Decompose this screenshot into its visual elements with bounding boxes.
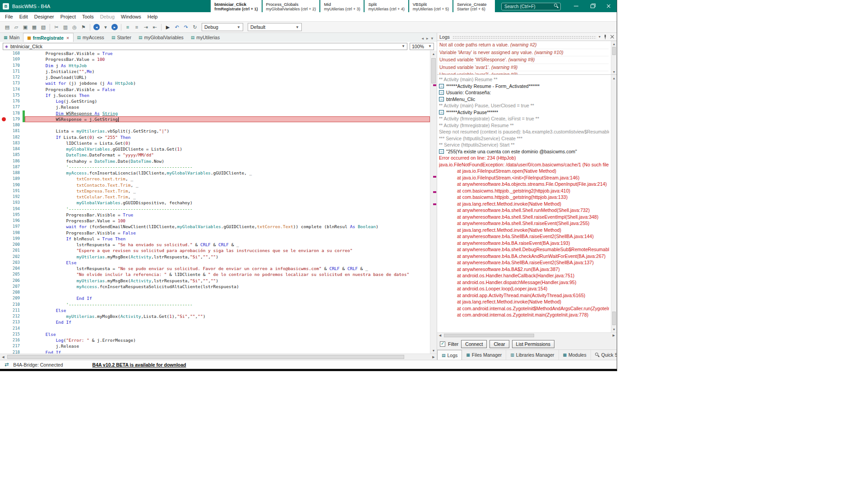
breakpoint-gutter[interactable] bbox=[0, 194, 8, 200]
code-line[interactable]: 175 If j.Success Then bbox=[0, 92, 430, 98]
code-line[interactable]: 187 '-----------------------------------… bbox=[0, 164, 430, 170]
breakpoint-gutter[interactable] bbox=[0, 343, 8, 349]
panel-grip[interactable] bbox=[452, 36, 596, 39]
breakpoint-gutter[interactable] bbox=[0, 134, 8, 140]
code-line[interactable]: 196 ProgressBar.Value = 100 bbox=[0, 218, 430, 224]
bookmark-icon[interactable]: ⚑ bbox=[79, 23, 88, 32]
indent-icon[interactable]: ⇥ bbox=[141, 23, 150, 32]
log-horizontal-scrollbar[interactable]: ◀ ▶ bbox=[437, 332, 617, 338]
code-line[interactable]: 172 j.Download(lURL) bbox=[0, 74, 430, 80]
titlebar-module-tab[interactable]: SplitmyUtilerias (ctrl + 4) bbox=[365, 0, 408, 12]
titlebar-module-tab[interactable]: VBSplitmyUtilerias (ctrl + 5) bbox=[409, 0, 452, 12]
code-line[interactable]: 188 myAccess.fcnInsertaLicencia(lIDClien… bbox=[0, 170, 430, 176]
menu-help[interactable]: Help bbox=[144, 14, 161, 19]
code-line[interactable]: 217 j.Release bbox=[0, 343, 430, 349]
panel-tab-modules[interactable]: ▩Modules bbox=[559, 350, 591, 360]
cut-icon[interactable]: ✂ bbox=[52, 23, 61, 32]
breakpoint-gutter[interactable] bbox=[0, 152, 8, 158]
panel-tab-files-manager[interactable]: ▦Files Manager bbox=[462, 350, 506, 360]
breakpoint-gutter[interactable] bbox=[0, 140, 8, 146]
menu-edit[interactable]: Edit bbox=[16, 14, 31, 19]
breakpoint-gutter[interactable] bbox=[0, 182, 8, 188]
navigate-menu-icon[interactable]: ▾ bbox=[101, 23, 110, 32]
code-line[interactable]: 201 "Espere a que revisen su solicitud p… bbox=[0, 248, 430, 253]
titlebar-module-tab[interactable]: Process_GlobalsmyGlobalVariables (ctrl +… bbox=[263, 0, 320, 12]
zoom-select[interactable]: 100% ▼ bbox=[410, 43, 434, 50]
code-line[interactable]: 177 j.Release bbox=[0, 104, 430, 110]
code-line[interactable]: 194 '-----------------------------------… bbox=[0, 206, 430, 212]
code-line[interactable]: 179 WSResponse = j.GetString bbox=[0, 116, 430, 122]
current-sub-select[interactable]: ◈ btnIniciar_Click ▼ bbox=[3, 43, 407, 50]
scroll-left-icon[interactable]: ◀ bbox=[437, 333, 443, 338]
warnings-scrollbar[interactable]: ▲ ▼ bbox=[611, 41, 617, 74]
breakpoint-gutter[interactable] bbox=[0, 260, 8, 266]
code-line[interactable]: 197 wait for (fcnSendEmailNewClient(lIDC… bbox=[0, 224, 430, 230]
breakpoint-gutter[interactable] bbox=[0, 92, 8, 98]
connect-button[interactable]: Connect bbox=[461, 340, 487, 348]
menu-project[interactable]: Project bbox=[57, 14, 79, 19]
warning-item[interactable]: Unused variable 'avar1'. (warning #9) bbox=[439, 64, 609, 72]
code-line[interactable]: 214 bbox=[0, 326, 430, 331]
breakpoint-gutter[interactable] bbox=[0, 80, 8, 86]
code-line[interactable]: 181 Lista = myUtilerias.vbSplit(j.GetStr… bbox=[0, 128, 430, 134]
panel-tab-quick-search[interactable]: Quick Search bbox=[591, 350, 617, 360]
navigate-back-icon[interactable]: ◄ bbox=[93, 24, 100, 30]
warning-item[interactable]: Not all code paths return a value. (warn… bbox=[439, 41, 609, 49]
code-line[interactable]: 215 Else bbox=[0, 331, 430, 337]
breakpoint-gutter[interactable] bbox=[0, 230, 8, 236]
list-permissions-button[interactable]: List Permissions bbox=[512, 340, 554, 348]
code-line[interactable]: 182 If Lista.Get(0) <> "255" Then bbox=[0, 134, 430, 140]
breakpoint-gutter[interactable] bbox=[0, 158, 8, 164]
code-line[interactable]: 190 txtContacto.Text.Trim, _ bbox=[0, 182, 430, 188]
code-line[interactable]: 178 Dim WSResponse As String bbox=[0, 110, 430, 116]
menu-tools[interactable]: Tools bbox=[79, 14, 97, 19]
search-input[interactable] bbox=[501, 3, 561, 10]
panel-tab-logs[interactable]: ▤Logs bbox=[437, 350, 462, 360]
breakpoint-gutter[interactable] bbox=[0, 242, 8, 248]
code-line[interactable]: 216 Log("Error: " & j.ErrorMessage) bbox=[0, 337, 430, 343]
undo-icon[interactable]: ↶ bbox=[172, 23, 181, 32]
menu-file[interactable]: File bbox=[2, 14, 16, 19]
code-line[interactable]: 174 ProgressBar.Visible = False bbox=[0, 87, 430, 92]
clear-button[interactable]: Clear bbox=[489, 340, 509, 348]
tab-Starter[interactable]: ▤Starter bbox=[108, 33, 135, 42]
breakpoint-gutter[interactable] bbox=[0, 295, 8, 301]
close-tab-icon[interactable]: × bbox=[66, 35, 69, 41]
tab-Main[interactable]: ▦Main bbox=[0, 33, 23, 42]
code-line[interactable]: 183 lIDCliente = Lista.Get(0) bbox=[0, 140, 430, 146]
breakpoint-gutter[interactable] bbox=[0, 188, 8, 194]
code-line[interactable]: 195 ProgressBar.Visible = True bbox=[0, 212, 430, 218]
editor-horizontal-scrollbar[interactable]: ◀ ▶ bbox=[0, 354, 437, 360]
breakpoint-gutter[interactable] bbox=[0, 337, 8, 343]
code-line[interactable]: 185 DateTime.DateFormat = "yyyy/MM/dd" bbox=[0, 152, 430, 158]
menu-debug[interactable]: Debug bbox=[97, 14, 118, 19]
breakpoint-gutter[interactable] bbox=[0, 319, 8, 325]
code-line[interactable]: 192 txtCelular.Text.Trim, _ bbox=[0, 194, 430, 200]
tab-frmRegistrate[interactable]: ▦frmRegistrate× bbox=[23, 33, 73, 42]
scroll-right-icon[interactable]: ▶ bbox=[430, 354, 437, 360]
breakpoint-gutter[interactable] bbox=[0, 302, 8, 308]
code-line[interactable]: 170 Dim j As HttpJob bbox=[0, 63, 430, 69]
close-panel-icon[interactable] bbox=[610, 35, 614, 39]
code-editor[interactable]: 168 ProgressBar.Visible = True169 Progre… bbox=[0, 51, 437, 354]
navigate-forward-icon[interactable]: ► bbox=[111, 24, 118, 30]
breakpoint-gutter[interactable] bbox=[0, 110, 8, 116]
paste-icon[interactable]: ▤ bbox=[3, 23, 12, 32]
code-line[interactable]: 198 ProgressBar.Visible = False bbox=[0, 230, 430, 236]
breakpoint-gutter[interactable] bbox=[0, 122, 8, 128]
code-line[interactable]: 207 myAccess.fcnInsertaRespuestaSolicitu… bbox=[0, 284, 430, 289]
breakpoint-gutter[interactable] bbox=[0, 218, 8, 224]
editor-vertical-scrollbar[interactable]: ▲ ▼ bbox=[430, 51, 437, 354]
code-line[interactable]: 176 Log(j.GetString) bbox=[0, 98, 430, 104]
breakpoint-gutter[interactable] bbox=[0, 176, 8, 182]
panel-tab-libraries-manager[interactable]: ▥Libraries Manager bbox=[506, 350, 559, 360]
scrollbar-thumb[interactable] bbox=[444, 334, 534, 337]
scroll-left-icon[interactable]: ◀ bbox=[0, 354, 6, 360]
code-line[interactable]: 193 myGlobalVariables.gGUIDDispositivo, … bbox=[0, 200, 430, 206]
scrollbar-thumb[interactable] bbox=[431, 58, 436, 83]
breakpoint-gutter[interactable] bbox=[0, 271, 8, 277]
breakpoint-gutter[interactable] bbox=[0, 98, 8, 104]
update-link[interactable]: B4A v10.2 BETA is available for download bbox=[92, 362, 186, 368]
code-line[interactable]: 184 myGlobalVariables.gGUIDCliente = Lis… bbox=[0, 146, 430, 152]
menu-designer[interactable]: Designer bbox=[31, 14, 57, 19]
